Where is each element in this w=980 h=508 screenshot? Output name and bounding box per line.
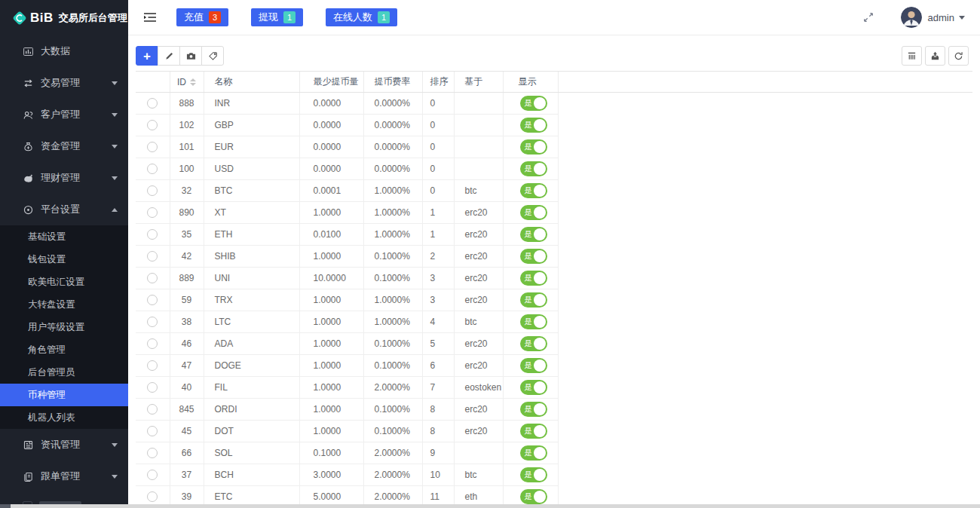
topbar-button[interactable]: 提现1 [251,8,303,26]
edit-button[interactable] [158,46,180,66]
display-toggle[interactable]: 是 [520,380,547,395]
table-row[interactable]: 102 GBP 0.0000 0.0000% 0 是 [136,115,972,136]
display-toggle[interactable]: 是 [520,336,547,351]
sidebar-subitem[interactable]: 欧美电汇设置 [0,271,128,293]
column-header-id[interactable]: ID [170,72,204,93]
sidebar-item[interactable]: 平台设置 [0,194,128,225]
row-radio[interactable] [147,251,158,262]
sidebar-subitem[interactable]: 用户等级设置 [0,316,128,338]
sidebar-subitem[interactable]: 基础设置 [0,225,128,248]
add-button[interactable]: + [136,46,158,66]
row-radio[interactable] [147,404,158,415]
display-toggle[interactable]: 是 [520,96,547,111]
cell-name: DOGE [204,355,299,377]
table-row[interactable]: 47 DOGE 1.0000 0.1000% 6 erc20 是 [136,355,972,377]
collapse-menu-icon[interactable] [143,12,157,23]
sidebar-item[interactable]: 大数据 [0,35,128,67]
table-row[interactable]: 35 ETH 0.0100 1.0000% 1 erc20 是 [136,224,972,246]
sidebar-item[interactable]: 跟单管理 [0,461,128,492]
table-row[interactable]: 37 BCH 3.0000 2.0000% 10 btc 是 [136,464,972,486]
display-toggle[interactable]: 是 [520,249,547,264]
row-radio[interactable] [147,491,158,502]
horizontal-scrollbar[interactable] [0,504,980,508]
row-radio[interactable] [147,470,158,480]
table-row[interactable]: 40 FIL 1.0000 2.0000% 7 eostoken 是 [136,377,972,399]
cell-min-withdraw: 0.0000 [299,115,363,136]
row-radio[interactable] [147,142,158,152]
scrollbar-thumb[interactable] [0,504,11,508]
sort-icon[interactable] [190,78,196,86]
display-toggle[interactable]: 是 [520,205,547,220]
display-toggle[interactable]: 是 [520,489,547,504]
sidebar-subitem[interactable]: 机器人列表 [0,406,128,429]
row-radio[interactable] [147,317,158,327]
row-radio[interactable] [147,448,158,458]
table-row[interactable]: 890 XT 1.0000 1.0000% 1 erc20 是 [136,202,972,224]
table-row[interactable]: 46 ADA 1.0000 0.1000% 5 erc20 是 [136,333,972,355]
sidebar-subitem[interactable]: 钱包设置 [0,248,128,271]
display-toggle[interactable]: 是 [520,402,547,417]
row-radio[interactable] [147,273,158,283]
display-toggle[interactable]: 是 [520,139,547,155]
row-radio[interactable] [147,229,158,240]
display-toggle[interactable]: 是 [520,271,547,286]
display-toggle[interactable]: 是 [520,358,547,373]
fullscreen-icon[interactable] [863,12,874,23]
export-button[interactable] [925,46,945,66]
table-row[interactable]: 845 ORDI 1.0000 0.1000% 8 erc20 是 [136,399,972,421]
display-toggle[interactable]: 是 [520,314,547,329]
cell-min-withdraw: 1.0000 [299,333,363,355]
display-toggle[interactable]: 是 [520,118,547,133]
logo-text: BiB [30,11,54,26]
display-toggle[interactable]: 是 [520,424,547,439]
display-toggle[interactable]: 是 [520,467,547,482]
camera-button[interactable] [179,46,202,66]
sidebar-item[interactable]: 理财管理 [0,162,128,194]
row-radio[interactable] [147,295,158,305]
sidebar-item-label: 客户管理 [41,108,112,121]
user-name[interactable]: admin [928,12,954,23]
row-radio[interactable] [147,207,158,218]
sidebar-item[interactable]: 资讯管理 [0,429,128,461]
table-row[interactable]: 59 TRX 1.0000 1.0000% 3 erc20 是 [136,289,972,311]
cell-name: FIL [204,377,299,399]
table-row[interactable]: 66 SOL 0.1000 2.0000% 9 是 [136,442,972,464]
sidebar-subitem[interactable]: 大转盘设置 [0,293,128,316]
display-toggle[interactable]: 是 [520,183,547,198]
display-toggle[interactable]: 是 [520,161,547,176]
display-toggle[interactable]: 是 [520,227,547,242]
display-toggle[interactable]: 是 [520,292,547,308]
row-radio[interactable] [147,338,158,349]
logo: BiB 交易所后台管理 [0,0,128,35]
row-radio[interactable] [147,98,158,109]
table-row[interactable]: 100 USD 0.0000 0.0000% 0 是 [136,158,972,180]
sidebar-item[interactable]: 资金管理 [0,130,128,162]
table-row[interactable]: 101 EUR 0.0000 0.0000% 0 是 [136,136,972,158]
display-toggle[interactable]: 是 [520,445,547,461]
avatar[interactable] [901,7,922,28]
tag-button[interactable] [201,46,224,66]
sidebar-subitem[interactable]: 后台管理员 [0,361,128,384]
table-row[interactable]: 888 INR 0.0000 0.0000% 0 是 [136,93,972,115]
row-radio[interactable] [147,360,158,371]
topbar-button[interactable]: 在线人数1 [326,8,397,26]
topbar-button[interactable]: 充值3 [176,8,228,26]
columns-button[interactable] [902,46,922,66]
row-radio[interactable] [147,164,158,174]
user-chevron-down-icon[interactable] [959,16,965,20]
sidebar-subitem-active[interactable]: 币种管理 [0,384,128,406]
table-row[interactable]: 38 LTC 1.0000 1.0000% 4 btc 是 [136,311,972,333]
row-radio[interactable] [147,426,158,436]
table-row[interactable]: 32 BTC 0.0001 1.0000% 0 btc 是 [136,180,972,202]
row-radio[interactable] [147,185,158,196]
row-radio[interactable] [147,120,158,130]
sidebar-subitem[interactable]: 角色管理 [0,338,128,361]
topbar-button-label: 提现 [259,11,278,24]
row-radio[interactable] [147,382,158,393]
table-row[interactable]: 45 DOT 1.0000 0.1000% 8 erc20 是 [136,421,972,442]
sidebar-item[interactable]: 交易管理 [0,67,128,99]
table-row[interactable]: 889 UNI 10.0000 0.1000% 3 erc20 是 [136,268,972,289]
refresh-button[interactable] [948,46,969,66]
table-row[interactable]: 42 SHIB 1.0000 0.1000% 2 erc20 是 [136,246,972,268]
sidebar-item[interactable]: 客户管理 [0,99,128,130]
